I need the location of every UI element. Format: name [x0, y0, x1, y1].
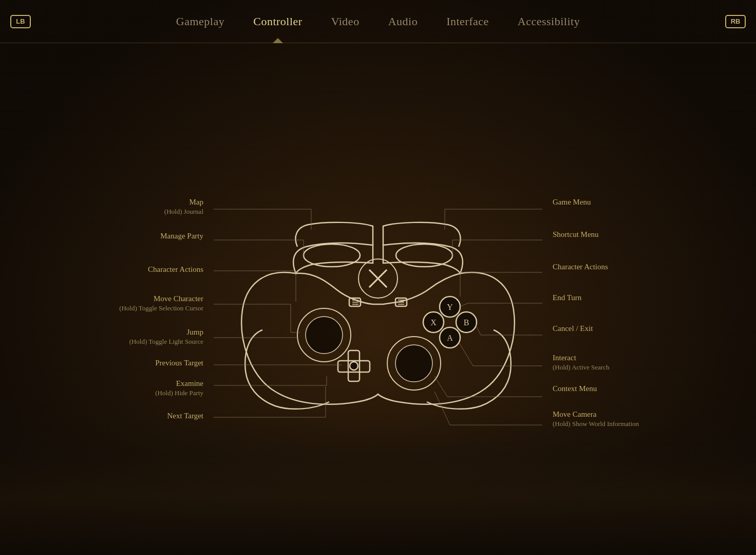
- label-previous-target: Previous Target: [155, 358, 203, 368]
- main-content: Map (Hold) Journal Manage Party Characte…: [0, 43, 756, 555]
- svg-line-54: [476, 325, 481, 335]
- tab-interface[interactable]: Interface: [432, 0, 503, 43]
- label-character-actions-r: Character Actions: [553, 262, 608, 272]
- svg-line-58: [434, 376, 447, 397]
- label-manage-party: Manage Party: [160, 231, 203, 242]
- svg-point-0: [304, 244, 360, 267]
- label-game-menu: Game Menu: [553, 197, 591, 208]
- label-map: Map (Hold) Journal: [164, 197, 203, 216]
- label-next-target: Next Target: [167, 411, 203, 421]
- controller-image: Y X B A: [214, 171, 542, 428]
- controller-diagram: Map (Hold) Journal Manage Party Characte…: [54, 171, 702, 428]
- label-interact: Interact (Hold) Active Search: [553, 353, 609, 372]
- label-jump: Jump (Hold) Toggle Light Source: [129, 327, 203, 346]
- label-cancel-exit: Cancel / Exit: [553, 324, 593, 334]
- label-examine: Examine (Hold) Hide Party: [155, 379, 203, 397]
- svg-text:B: B: [464, 318, 469, 327]
- right-labels-panel: Game Menu Shortcut Menu Character Action…: [542, 171, 702, 428]
- tab-accessibility[interactable]: Accessibility: [503, 0, 594, 43]
- lb-button[interactable]: LB: [10, 15, 31, 28]
- svg-text:X: X: [430, 318, 437, 327]
- label-end-turn: End Turn: [553, 293, 581, 303]
- label-move-character: Move Character (Hold) Toggle Selection C…: [119, 294, 203, 312]
- tab-audio[interactable]: Audio: [374, 0, 432, 43]
- svg-point-1: [396, 244, 452, 267]
- svg-point-14: [306, 317, 343, 354]
- svg-point-19: [395, 345, 432, 382]
- nav-bar: LB Gameplay Controller Video Audio Inter…: [0, 0, 756, 43]
- label-context-menu: Context Menu: [553, 384, 597, 394]
- svg-point-17: [350, 362, 358, 370]
- svg-line-56: [459, 343, 473, 366]
- rb-button[interactable]: RB: [725, 15, 746, 28]
- svg-text:Y: Y: [447, 303, 453, 311]
- tab-video[interactable]: Video: [317, 0, 374, 43]
- label-shortcut-menu: Shortcut Menu: [553, 230, 599, 240]
- label-move-camera: Move Camera (Hold) Show World Informatio…: [553, 410, 639, 428]
- tab-controller[interactable]: Controller: [239, 0, 316, 43]
- label-character-actions: Character Actions: [148, 265, 203, 275]
- tab-gameplay[interactable]: Gameplay: [162, 0, 239, 43]
- left-labels-panel: Map (Hold) Journal Manage Party Characte…: [54, 171, 214, 428]
- svg-text:A: A: [447, 334, 453, 342]
